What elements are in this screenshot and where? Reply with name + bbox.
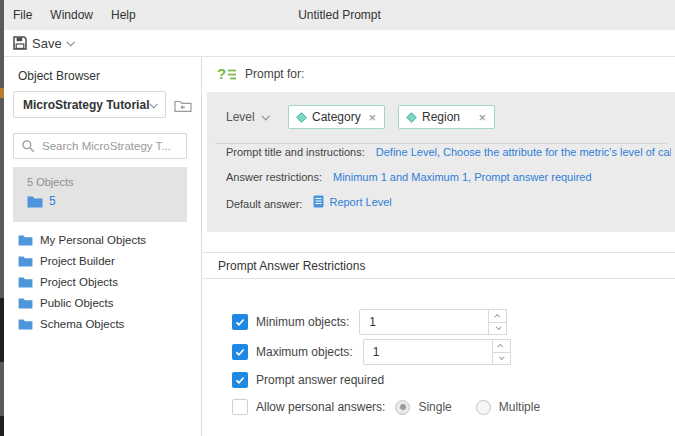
default-answer-link[interactable]: Report Level	[313, 195, 391, 208]
answer-restrictions-row: Answer restrictions: Minimum 1 and Maxim…	[226, 171, 671, 183]
report-icon	[313, 195, 324, 208]
object-browser-title: Object Browser	[18, 69, 100, 83]
multiple-radio-group: Multiple	[476, 400, 540, 415]
search-icon	[22, 140, 35, 153]
minimum-objects-label: Minimum objects:	[256, 315, 349, 329]
allow-personal-answers-label: Allow personal answers:	[256, 400, 385, 414]
close-icon[interactable]: ×	[367, 111, 377, 124]
level-chip-region[interactable]: Region ×	[398, 105, 495, 129]
chip-label: Category	[312, 110, 362, 124]
restrictions-section-header: Prompt Answer Restrictions	[203, 252, 675, 279]
default-answer-row: Default answer: Report Level	[226, 195, 671, 210]
spinner	[488, 309, 507, 335]
object-browser-sidebar: Object Browser MicroStrategy Tutorial	[4, 57, 202, 436]
minimum-objects-stepper	[359, 309, 507, 335]
save-button[interactable]: Save	[13, 36, 73, 51]
spinner-down-button[interactable]	[488, 322, 507, 336]
folder-item-label: My Personal Objects	[40, 234, 146, 246]
folder-item-project-objects[interactable]: Project Objects	[4, 271, 201, 292]
level-chip-category[interactable]: Category ×	[288, 105, 385, 129]
chevron-down-icon	[149, 100, 157, 108]
minimum-objects-checkbox[interactable]	[232, 314, 248, 330]
maximum-objects-stepper	[363, 339, 511, 365]
chevron-down-icon	[496, 325, 502, 331]
folder-icon	[27, 195, 43, 208]
spinner-up-button[interactable]	[488, 309, 507, 323]
folder-item-project-builder[interactable]: Project Builder	[4, 250, 201, 271]
folder-item-schema-objects[interactable]: Schema Objects	[4, 313, 201, 334]
project-selector[interactable]: MicroStrategy Tutorial	[13, 91, 166, 118]
prompt-for-label: Prompt for:	[245, 67, 304, 81]
allow-personal-answers-row: Allow personal answers: Single Multiple	[232, 399, 540, 415]
folder-item-label: Public Objects	[40, 297, 114, 309]
browse-folder-button[interactable]	[172, 95, 194, 115]
minimum-objects-input[interactable]	[359, 309, 489, 335]
folder-item-label: Project Objects	[40, 276, 118, 288]
menu-items: File Window Help	[13, 0, 136, 30]
chevron-down-icon	[499, 355, 505, 361]
project-selector-value: MicroStrategy Tutorial	[23, 98, 150, 112]
divider	[215, 143, 667, 144]
allow-personal-answers-checkbox[interactable]	[232, 399, 248, 415]
single-radio-label: Single	[418, 400, 451, 414]
menu-window[interactable]: Window	[50, 8, 93, 22]
folder-icon	[18, 255, 33, 267]
menu-bar: Untitled Prompt File Window Help	[4, 0, 675, 30]
selection-summary-panel: 5 Objects 5	[13, 167, 187, 222]
level-label: Level	[226, 110, 255, 124]
spinner-up-button[interactable]	[492, 339, 511, 353]
level-definition-panel: Level Category × Region	[207, 92, 675, 232]
prompt-icon: ?	[217, 66, 237, 82]
sidebar-search	[13, 133, 187, 159]
prompt-answer-required-label: Prompt answer required	[256, 373, 384, 387]
folder-icon	[18, 297, 33, 309]
folder-tree: My Personal Objects Project Builder Proj…	[4, 229, 201, 334]
answer-restrictions-link[interactable]: Minimum 1 and Maximum 1, Prompt answer r…	[333, 171, 592, 183]
attribute-icon	[296, 112, 307, 123]
folder-icon	[18, 276, 33, 288]
folder-icon	[18, 234, 33, 246]
chevron-down-icon	[66, 38, 74, 46]
default-answer-value: Report Level	[329, 196, 391, 208]
chip-label: Region	[422, 110, 472, 124]
answer-restrictions-label: Answer restrictions:	[226, 171, 322, 183]
default-answer-label: Default answer:	[226, 198, 302, 210]
attribute-icon	[406, 112, 417, 123]
multiple-radio[interactable]	[476, 400, 491, 415]
close-icon[interactable]: ×	[477, 111, 487, 124]
search-input[interactable]	[42, 140, 178, 152]
prompt-title-row: Prompt title and instructions: Define Le…	[226, 146, 671, 158]
spinner-down-button[interactable]	[492, 352, 511, 366]
folder-item-label: Schema Objects	[40, 318, 124, 330]
save-icon	[13, 36, 27, 50]
selected-folder-item[interactable]: 5	[27, 194, 56, 208]
chevron-up-icon	[498, 344, 504, 350]
folder-icon	[18, 318, 33, 330]
level-dropdown[interactable]: Level	[226, 105, 268, 129]
prompt-editor-window: Untitled Prompt File Window Help Save Ob…	[0, 0, 675, 436]
maximum-objects-row: Maximum objects:	[232, 339, 511, 365]
chevron-down-icon	[261, 112, 269, 120]
save-label: Save	[32, 36, 62, 51]
folder-item-public-objects[interactable]: Public Objects	[4, 292, 201, 313]
restrictions-section-title: Prompt Answer Restrictions	[218, 259, 365, 273]
multiple-radio-label: Multiple	[499, 400, 540, 414]
prompt-title-link[interactable]: Define Level, Choose the attribute for t…	[376, 146, 671, 158]
folder-item-my-personal-objects[interactable]: My Personal Objects	[4, 229, 201, 250]
maximum-objects-label: Maximum objects:	[256, 345, 353, 359]
spinner	[492, 339, 511, 365]
maximum-objects-input[interactable]	[363, 339, 493, 365]
prompt-editor-main: ? Prompt for: Level Category	[203, 57, 675, 436]
svg-text:?: ?	[217, 66, 226, 82]
single-radio[interactable]	[395, 400, 410, 415]
maximum-objects-checkbox[interactable]	[232, 344, 248, 360]
folder-item-label: Project Builder	[40, 255, 115, 267]
menu-file[interactable]: File	[13, 8, 32, 22]
toolbar: Save	[4, 30, 675, 57]
objects-count-label: 5 Objects	[27, 176, 73, 188]
minimum-objects-row: Minimum objects:	[232, 309, 507, 335]
prompt-answer-required-checkbox[interactable]	[232, 372, 248, 388]
open-folder-icon	[174, 98, 192, 112]
prompt-title-label: Prompt title and instructions:	[226, 146, 365, 158]
menu-help[interactable]: Help	[111, 8, 136, 22]
